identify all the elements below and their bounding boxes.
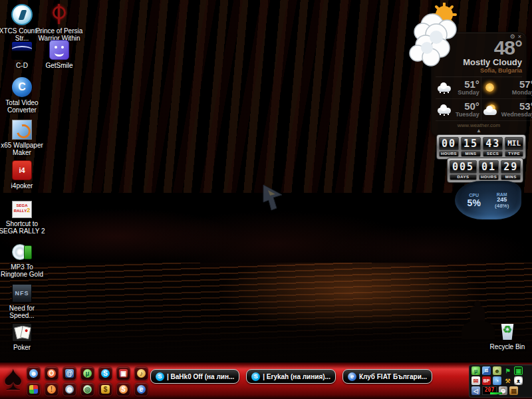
smiley-icon	[49, 40, 69, 60]
desktop-icon-sega-rally-2[interactable]: SEGA RALLY2 Shortcut to SEGA RALLY 2	[0, 201, 46, 235]
media-player-icon[interactable]: ▣	[116, 366, 130, 380]
taskbar-window-ie[interactable]: e Клуб FIAT Българи...	[342, 369, 432, 384]
counter-strike-icon	[11, 4, 33, 25]
graphics-tray-icon[interactable]: ▣	[514, 366, 523, 375]
nfs-icon: NFS	[12, 284, 32, 303]
winamp-icon[interactable]: ♪	[134, 366, 148, 380]
volume-tray-icon[interactable]: ◁	[471, 386, 480, 395]
mail-tray-icon[interactable]: ✉	[471, 376, 480, 385]
prince-of-persia-icon	[49, 4, 69, 25]
desktop-icon-getsmile[interactable]: GetSmile	[35, 40, 83, 69]
desktop-icon-recycle-bin[interactable]: ♻ Recycle Bin	[483, 321, 531, 350]
forecast-sunday: 51° Sunday	[436, 77, 481, 99]
timer-mins: 15	[461, 137, 481, 150]
timer-type: MIL	[505, 137, 523, 150]
utorrent-icon[interactable]: µ	[80, 366, 94, 380]
desktop-icon-total-video-converter[interactable]: C Total Video Converter	[0, 77, 46, 114]
desktop-icon-label: Shortcut to SEGA RALLY 2	[0, 220, 46, 235]
ram-value: 245	[495, 197, 509, 203]
cpu-label: CPU	[467, 193, 481, 198]
nero-icon[interactable]: ◎	[80, 382, 94, 396]
desktop-icon-label: x65 Wallpaper Maker	[0, 142, 46, 156]
desktop-icon-label: GetSmile	[35, 62, 83, 69]
system-tray: µ ⌗ ☻ ⚑ ▣ ✉ BP ◔ ⚒ ᴥ ◁ 207 ⌚ ▤	[469, 364, 532, 398]
window-title: | BaHk0 Off (на лин...	[167, 373, 234, 380]
collapse-arrow-icon[interactable]: ▲	[436, 129, 522, 134]
desktop-icon-x65-wallpaper-maker[interactable]: x65 Wallpaper Maker	[0, 120, 46, 156]
network-tray-icon[interactable]: ⌗	[482, 366, 491, 375]
countup-timer-widget[interactable]: 005 DAYS 01 HOURS 29 MINS	[447, 158, 523, 183]
bp-tray-icon[interactable]: BP	[482, 376, 491, 385]
desktop-icon-label: Poker	[0, 344, 46, 351]
taskbar-window-skype-2[interactable]: S | Erykah (на линия)...	[246, 369, 336, 384]
forecast-day: Tuesday	[456, 111, 479, 118]
cd-app-icon	[11, 41, 33, 60]
forecast-temp: 51°	[456, 80, 479, 89]
auction-tray-icon[interactable]: ⚒	[503, 376, 512, 385]
opera-icon[interactable]: O	[45, 366, 59, 380]
forecast-temp: 50°	[456, 102, 479, 111]
skype-icon[interactable]: S	[98, 366, 112, 380]
skype-icon: S	[156, 372, 164, 381]
forecast-day: Wednesday	[501, 111, 532, 118]
playing-cards-icon	[12, 323, 32, 342]
taskbar-window-buttons: S | BaHk0 Off (на лин... S | Erykah (на …	[150, 369, 432, 384]
countup-hours: 01	[479, 160, 499, 174]
forecast-day: Monday	[501, 89, 532, 96]
window-title: Клуб FIAT Българи...	[359, 373, 427, 380]
video-converter-icon: C	[12, 77, 32, 97]
internet-explorer-icon[interactable]: e	[134, 382, 148, 396]
skype-icon: S	[251, 372, 260, 381]
desktop-icon-prince-of-persia[interactable]: Prince of Persia Warrior Within	[35, 4, 83, 42]
desktop-icon-label: MP3 To Ringtone Gold	[0, 263, 46, 278]
settings-icon[interactable]: ⚙	[510, 33, 515, 40]
desktop-icon-label: Recycle Bin	[483, 343, 531, 350]
messenger-icon[interactable]: ☻	[27, 366, 41, 380]
desktop-icon-label: Total Video Converter	[0, 99, 46, 114]
forecast-tuesday: 50° Tuesday	[436, 99, 481, 121]
sega-rally-icon: SEGA RALLY2	[12, 201, 32, 218]
taskbar-window-skype-1[interactable]: S | BaHk0 Off (на лин...	[150, 369, 239, 384]
timer-hours: 00	[439, 137, 459, 150]
forecast-day: Sunday	[456, 89, 479, 96]
updates-tray-icon[interactable]: ▤	[509, 386, 518, 395]
i4poker-icon: i4	[12, 160, 32, 180]
quick-launch-row-1: ☻ O @ µ S ▣ ♪	[27, 366, 148, 380]
orange-s-app-icon[interactable]: S	[116, 382, 130, 396]
ram-percent: (48%)	[495, 203, 509, 209]
weather-widget: ⚙ × 48° Mostly Cloudy Sofia, Bulgaria 51…	[431, 32, 527, 136]
countdown-timer-widget[interactable]: 00 HOURS 15 MINS 43 SECS MIL TYPE	[436, 134, 526, 160]
forecast-wednesday: 53° Wednesday	[481, 99, 532, 121]
timer-secs: 43	[483, 137, 503, 150]
icq-icon[interactable]: @	[63, 366, 76, 380]
close-icon[interactable]: ×	[518, 33, 521, 40]
forecast-temp: 57°	[501, 80, 532, 89]
start-spade-icon[interactable]: ♠	[4, 358, 23, 397]
poker-app-icon[interactable]: $	[98, 382, 112, 396]
cpu-usage-value: 5%	[467, 198, 481, 208]
window-title: | Erykah (на линия)...	[263, 373, 331, 380]
desktop-icon-i4poker[interactable]: i4 i4poker	[0, 160, 46, 190]
mostly-cloudy-icon	[406, 3, 467, 69]
panda-antivirus-tray-icon[interactable]: ᴥ	[514, 376, 523, 385]
daemon-tools-icon[interactable]: ◍	[63, 382, 76, 396]
taskbar: ♠ ☻ O @ µ S ▣ ♪ ! ◍ ◎ $ S e S | BaHk0 Of…	[0, 362, 532, 399]
countup-days: 005	[450, 160, 477, 174]
snow-cloud-icon	[437, 104, 453, 116]
agent-icon[interactable]: !	[45, 382, 59, 396]
partly-cloudy-icon	[483, 104, 499, 116]
snow-cloud-icon	[437, 82, 453, 94]
desktop-icon-need-for-speed[interactable]: NFS Need for Speed...	[0, 284, 46, 319]
forecast-temp: 53°	[501, 102, 532, 111]
flag-tray-icon[interactable]: ⚑	[503, 366, 512, 375]
globe-tray-icon[interactable]: ◔	[493, 376, 501, 385]
messenger-buddy-tray-icon[interactable]: ☻	[493, 366, 501, 375]
utorrent-tray-icon[interactable]: µ	[471, 366, 480, 375]
recycle-bin-icon: ♻	[497, 321, 517, 341]
led-progress-bar	[490, 392, 502, 394]
system-monitor-widget[interactable]: CPU 5% RAM 245 (48%)	[455, 181, 521, 219]
desktop-icon-mp3-ringtone-gold[interactable]: MP3 To Ringtone Gold	[0, 243, 46, 278]
desktop-icon-poker[interactable]: Poker	[0, 323, 46, 351]
games-icon[interactable]	[27, 382, 41, 396]
forecast-monday: 57° Monday	[481, 77, 532, 99]
